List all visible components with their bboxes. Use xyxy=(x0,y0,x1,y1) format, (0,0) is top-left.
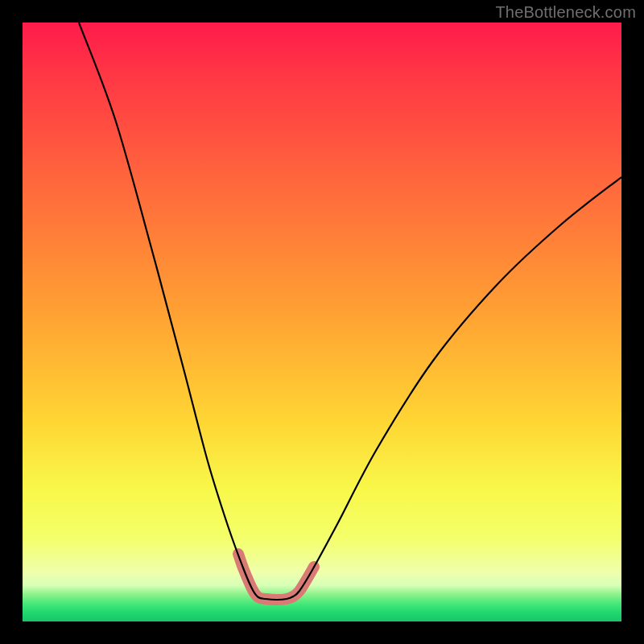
chart-frame: TheBottleneck.com xyxy=(0,0,644,644)
chart-svg xyxy=(23,23,621,621)
optimum-marker xyxy=(238,554,314,600)
bottleneck-curve-line xyxy=(79,23,621,600)
plot-area xyxy=(23,23,621,621)
watermark-text: TheBottleneck.com xyxy=(495,3,636,22)
